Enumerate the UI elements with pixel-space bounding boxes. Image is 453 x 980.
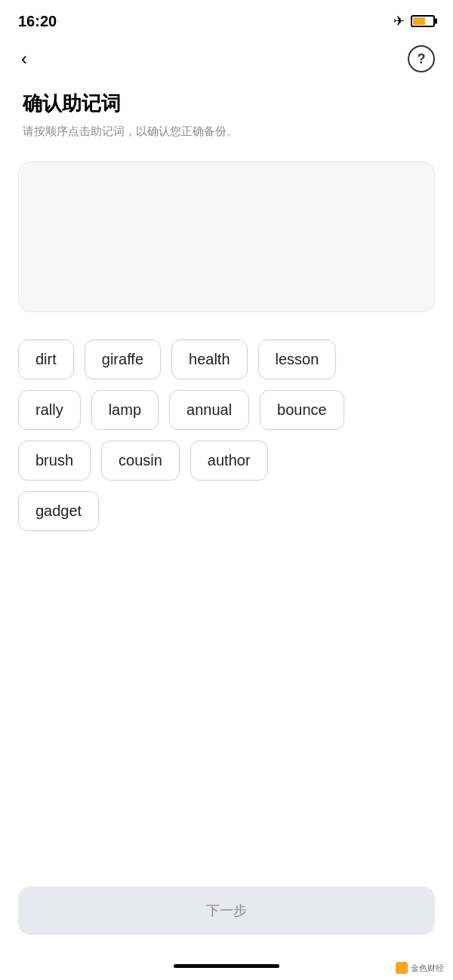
- word-row-0: dirtgiraffehealthlesson: [18, 339, 435, 379]
- word-chip-brush[interactable]: brush: [18, 441, 91, 481]
- help-button[interactable]: ?: [408, 45, 435, 72]
- word-chip-giraffe[interactable]: giraffe: [85, 339, 161, 379]
- word-row-3: gadget: [18, 491, 435, 531]
- watermark: 金色财经: [396, 962, 444, 974]
- page-header: 确认助记词 请按顺序点击助记词，以确认您正确备份。: [0, 78, 453, 146]
- word-chip-bounce[interactable]: bounce: [260, 390, 344, 430]
- status-bar: 16:20 ✈: [0, 0, 453, 39]
- next-button-container: 下一步: [18, 886, 435, 935]
- status-icons: ✈: [393, 13, 435, 29]
- word-chip-gadget[interactable]: gadget: [18, 491, 99, 531]
- word-chip-cousin[interactable]: cousin: [101, 441, 180, 481]
- mnemonic-input-area[interactable]: [18, 161, 435, 312]
- word-chip-rally[interactable]: rally: [18, 390, 81, 430]
- word-row-2: brushcousinauthor: [18, 441, 435, 481]
- watermark-icon: [396, 962, 408, 974]
- back-button[interactable]: ‹: [18, 45, 30, 72]
- word-chip-health[interactable]: health: [171, 339, 248, 379]
- word-chip-dirt[interactable]: dirt: [18, 339, 74, 379]
- home-indicator: [174, 964, 279, 968]
- word-grid: dirtgiraffehealthlessonrallylampannualbo…: [0, 327, 453, 543]
- word-chip-lamp[interactable]: lamp: [91, 390, 159, 430]
- battery-icon: [411, 15, 435, 27]
- word-chip-lesson[interactable]: lesson: [258, 339, 337, 379]
- airplane-icon: ✈: [393, 13, 405, 29]
- watermark-text: 金色财经: [411, 963, 444, 974]
- word-row-1: rallylampannualbounce: [18, 390, 435, 430]
- battery-fill: [413, 17, 425, 25]
- status-time: 16:20: [18, 13, 57, 30]
- word-chip-author[interactable]: author: [190, 441, 268, 481]
- page-title: 确认助记词: [23, 91, 430, 117]
- nav-bar: ‹ ?: [0, 39, 453, 78]
- next-button[interactable]: 下一步: [18, 886, 435, 935]
- page-subtitle: 请按顺序点击助记词，以确认您正确备份。: [23, 123, 430, 140]
- word-chip-annual[interactable]: annual: [169, 390, 249, 430]
